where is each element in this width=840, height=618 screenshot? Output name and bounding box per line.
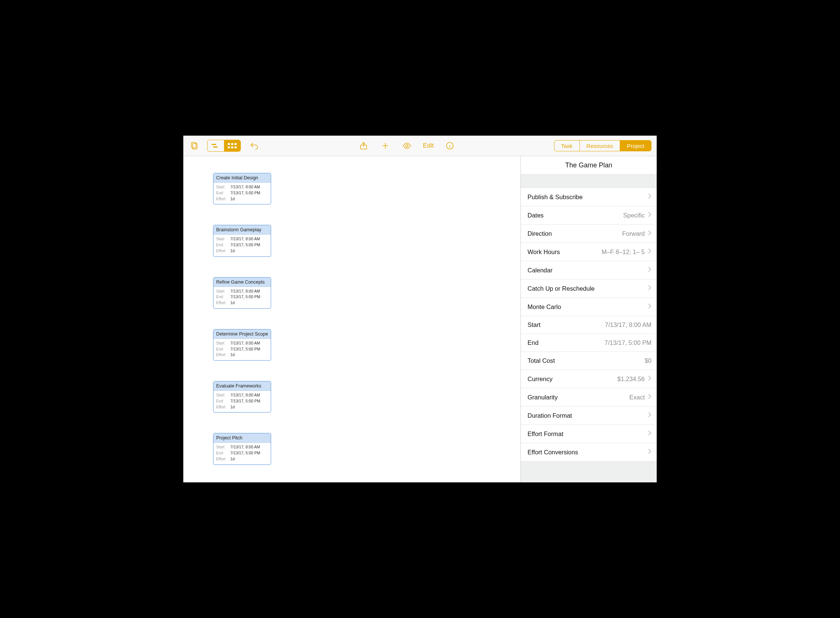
- svg-rect-5: [231, 143, 233, 145]
- inspector-row[interactable]: Calendar: [521, 261, 657, 279]
- label-start: Start: [216, 340, 227, 346]
- row-label: Catch Up or Reschedule: [527, 285, 595, 292]
- share-icon[interactable]: [358, 140, 369, 152]
- task-card[interactable]: Brainstorm GameplayStart7/13/17, 8:00 AM…: [213, 225, 271, 256]
- task-card[interactable]: Create Initial DesignStart7/13/17, 8:00 …: [213, 173, 271, 204]
- label-effort: Effort: [216, 300, 227, 306]
- val-end: 7/13/17, 5:00 PM: [230, 398, 260, 404]
- inspector-row[interactable]: Publish & Subscribe: [521, 188, 657, 206]
- info-icon[interactable]: [444, 140, 455, 152]
- val-end: 7/13/17, 5:00 PM: [230, 450, 260, 456]
- svg-rect-6: [234, 143, 237, 145]
- val-effort: 1d: [230, 404, 235, 410]
- label-start: Start: [216, 236, 227, 242]
- svg-rect-4: [228, 143, 230, 145]
- undo-icon[interactable]: [248, 140, 259, 152]
- row-label: Effort Conversions: [527, 449, 578, 456]
- label-start: Start: [216, 392, 227, 398]
- label-end: End: [216, 294, 227, 300]
- label-effort: Effort: [216, 352, 227, 358]
- inspector-row[interactable]: Effort Format: [521, 425, 657, 443]
- row-label: Effort Format: [527, 431, 563, 438]
- inspector-row: Total Cost$0: [521, 352, 657, 370]
- inspector-row[interactable]: GranularityExact: [521, 388, 657, 407]
- chevron-right-icon: [648, 394, 652, 401]
- row-value: 7/13/17, 5:00 PM: [604, 339, 652, 346]
- row-label: Dates: [527, 212, 544, 219]
- inspector-row[interactable]: Work HoursM–F 8–12; 1– 5: [521, 243, 657, 261]
- tab-task[interactable]: Task: [554, 141, 580, 151]
- inspector-row[interactable]: Duration Format: [521, 407, 657, 425]
- row-label: Work Hours: [527, 248, 560, 256]
- label-effort: Effort: [216, 404, 227, 410]
- inspector-row[interactable]: DatesSpecific: [521, 206, 657, 224]
- task-card[interactable]: Refine Game ConceptsStart7/13/17, 8:00 A…: [213, 277, 271, 309]
- inspector-row[interactable]: DirectionForward: [521, 224, 657, 243]
- documents-icon[interactable]: [188, 140, 200, 152]
- val-start: 7/13/17, 8:00 AM: [230, 340, 260, 346]
- row-value: Forward: [622, 230, 645, 237]
- task-title: Refine Game Concepts: [213, 278, 271, 287]
- label-start: Start: [216, 288, 227, 294]
- label-end: End: [216, 242, 227, 248]
- inspector-row[interactable]: Effort Conversions: [521, 443, 657, 462]
- val-end: 7/13/17, 5:00 PM: [230, 242, 260, 248]
- view-network[interactable]: [224, 140, 240, 152]
- add-icon[interactable]: [380, 140, 391, 152]
- val-end: 7/13/17, 5:00 PM: [230, 346, 260, 352]
- label-end: End: [216, 398, 227, 404]
- task-card[interactable]: Determine Project ScopeStart7/13/17, 8:0…: [213, 329, 271, 361]
- label-end: End: [216, 346, 227, 352]
- svg-point-11: [406, 145, 408, 147]
- val-effort: 1d: [230, 300, 235, 306]
- inspector-row[interactable]: Catch Up or Reschedule: [521, 279, 657, 298]
- svg-rect-9: [234, 147, 237, 149]
- task-title: Create Initial Design: [213, 173, 271, 183]
- view-mode-segment[interactable]: [207, 140, 241, 152]
- row-value: M–F 8–12; 1– 5: [601, 248, 645, 256]
- row-value: 7/13/17, 8:00 AM: [605, 321, 652, 328]
- inspector-row: Start7/13/17, 8:00 AM: [521, 316, 657, 334]
- chevron-right-icon: [648, 449, 652, 456]
- tab-project[interactable]: Project: [620, 141, 651, 151]
- row-label: Publish & Subscribe: [527, 193, 583, 201]
- svg-rect-3: [213, 147, 218, 148]
- chevron-right-icon: [648, 248, 652, 256]
- inspector-row[interactable]: Currency$1,234.56: [521, 370, 657, 388]
- val-start: 7/13/17, 8:00 AM: [230, 288, 260, 294]
- sidebar: The Game Plan Publish & SubscribeDatesSp…: [520, 156, 657, 482]
- row-label: Monte Carlo: [527, 303, 561, 310]
- canvas[interactable]: Create Initial DesignStart7/13/17, 8:00 …: [183, 156, 520, 482]
- sidebar-title: The Game Plan: [521, 156, 657, 174]
- inspector-tabs: Task Resources Project: [554, 140, 652, 152]
- val-effort: 1d: [230, 352, 235, 358]
- row-label: End: [527, 339, 538, 346]
- row-value: Specific: [623, 212, 645, 219]
- row-value: Exact: [630, 394, 645, 401]
- chevron-right-icon: [648, 285, 652, 292]
- edit-button[interactable]: Edit: [423, 142, 434, 150]
- task-card[interactable]: Project PitchStart7/13/17, 8:00 AMEnd7/1…: [213, 433, 271, 464]
- chevron-right-icon: [648, 230, 652, 237]
- val-effort: 1d: [230, 248, 235, 254]
- label-effort: Effort: [216, 196, 227, 202]
- chevron-right-icon: [648, 211, 652, 219]
- row-label: Currency: [527, 376, 553, 383]
- svg-rect-8: [231, 147, 233, 149]
- task-title: Determine Project Scope: [213, 330, 271, 339]
- inspector-row[interactable]: Monte Carlo: [521, 298, 657, 316]
- sidebar-spacer: [521, 175, 657, 187]
- chevron-right-icon: [648, 430, 652, 438]
- val-end: 7/13/17, 5:00 PM: [230, 190, 260, 196]
- row-label: Total Cost: [527, 357, 555, 364]
- label-start: Start: [216, 444, 227, 450]
- row-label: Direction: [527, 230, 552, 237]
- val-effort: 1d: [230, 456, 235, 462]
- label-effort: Effort: [216, 456, 227, 462]
- row-value: $0: [645, 357, 652, 364]
- tab-resources[interactable]: Resources: [580, 141, 621, 151]
- task-card[interactable]: Evaluate FrameworksStart7/13/17, 8:00 AM…: [213, 381, 271, 413]
- view-gantt[interactable]: [207, 140, 224, 152]
- eye-icon[interactable]: [401, 140, 413, 152]
- task-title: Evaluate Frameworks: [213, 382, 271, 391]
